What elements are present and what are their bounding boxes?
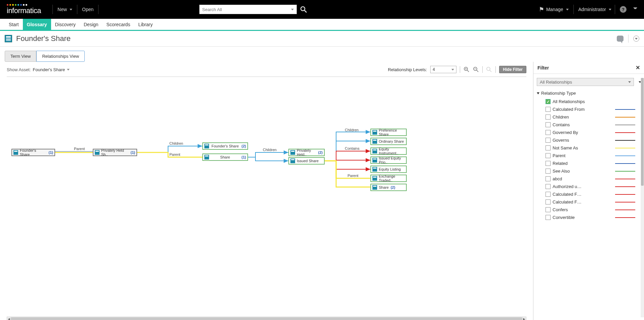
- tab-scorecards[interactable]: Scorecards: [103, 19, 134, 30]
- filter-item[interactable]: Governed By: [537, 129, 641, 136]
- close-icon[interactable]: ✕: [636, 64, 640, 71]
- graph-node[interactable]: Issued Share: [288, 157, 325, 165]
- filter-item[interactable]: Parent: [537, 152, 641, 159]
- filter-item-label: Not Same As: [553, 145, 593, 150]
- levels-dropdown[interactable]: 4: [430, 66, 456, 73]
- filter-color-swatch: [615, 210, 635, 210]
- filter-item[interactable]: abcd: [537, 175, 641, 183]
- filter-item[interactable]: See Also: [537, 167, 641, 175]
- graph-node[interactable]: Ordinary Share: [370, 138, 407, 145]
- filter-item[interactable]: Not Same As: [537, 144, 641, 152]
- zoom-in-icon[interactable]: [464, 66, 470, 73]
- graph-node[interactable]: Founder's Share (1): [11, 149, 55, 156]
- new-menu[interactable]: New: [57, 7, 72, 12]
- tab-library[interactable]: Library: [134, 19, 157, 30]
- term-icon: [372, 158, 377, 163]
- tab-relationships-view[interactable]: Relationships View: [36, 51, 85, 62]
- scroll-thumb[interactable]: [641, 78, 644, 186]
- graph-node[interactable]: Exchange Traded..: [370, 175, 407, 182]
- graph-node[interactable]: Preference Share: [370, 129, 407, 136]
- term-icon: [204, 144, 209, 148]
- filter-color-swatch: [615, 148, 635, 148]
- checkbox[interactable]: [546, 161, 551, 166]
- horizontal-scrollbar[interactable]: ◀ ▶: [7, 317, 526, 320]
- filter-relationship-select[interactable]: All Relationships: [537, 78, 634, 86]
- flag-icon[interactable]: ⚑: [539, 6, 544, 13]
- checkbox[interactable]: [546, 138, 551, 143]
- graph-node[interactable]: Equity Instrument..: [370, 147, 407, 155]
- checkbox[interactable]: [546, 169, 551, 174]
- relationship-canvas[interactable]: Founder's Share (1) Privately Held Sh.. …: [7, 77, 526, 315]
- open-button[interactable]: Open: [82, 7, 93, 12]
- help-icon[interactable]: ?: [620, 6, 627, 13]
- graph-node[interactable]: Privately Held.. (2): [288, 149, 325, 156]
- checkbox[interactable]: [546, 99, 551, 104]
- checkbox[interactable]: [546, 199, 551, 204]
- checkbox[interactable]: [546, 207, 551, 212]
- term-icon: [290, 158, 295, 163]
- filter-item[interactable]: Calculated F…: [537, 190, 641, 198]
- filter-item[interactable]: Calculated From: [537, 105, 641, 113]
- view-tabs-row: Term View Relationships View: [0, 47, 644, 62]
- filter-tree-header[interactable]: Relationship Type: [537, 91, 641, 96]
- filter-item[interactable]: Children: [537, 113, 641, 121]
- logo-text: informatica: [7, 6, 41, 15]
- graph-node[interactable]: Equity Listing: [370, 166, 407, 173]
- filter-item[interactable]: All Relationships: [537, 98, 641, 105]
- filter-item[interactable]: Contains: [537, 121, 641, 129]
- checkbox[interactable]: [546, 153, 551, 158]
- scroll-left-icon[interactable]: ◀: [7, 317, 11, 320]
- checkbox[interactable]: [546, 130, 551, 135]
- zoom-out-icon[interactable]: [473, 66, 479, 73]
- node-label: Founder's Share: [20, 148, 47, 156]
- filter-panel: Filter ✕ All Relationships Relationship …: [533, 62, 644, 320]
- comment-icon[interactable]: [617, 36, 623, 42]
- chevron-down-icon[interactable]: [633, 7, 637, 11]
- filter-item-label: All Relationships: [553, 99, 593, 104]
- filter-item[interactable]: Governs: [537, 136, 641, 144]
- scroll-thumb[interactable]: [11, 317, 522, 320]
- node-count: (1): [242, 155, 246, 159]
- graph-node[interactable]: Share (1): [202, 153, 248, 161]
- checkbox[interactable]: [546, 215, 551, 220]
- tab-glossary[interactable]: Glossary: [23, 19, 51, 30]
- chevron-down-icon[interactable]: [291, 9, 294, 10]
- svg-line-7: [477, 70, 478, 72]
- filter-item[interactable]: Calculated F…: [537, 198, 641, 206]
- manage-menu[interactable]: Manage: [546, 7, 569, 12]
- hide-filter-button[interactable]: Hide Filter: [499, 66, 526, 73]
- filter-color-swatch: [615, 171, 635, 172]
- checkbox[interactable]: [546, 192, 551, 197]
- filter-item-label: Calculated F…: [553, 199, 593, 204]
- admin-menu[interactable]: Administrator: [578, 7, 611, 12]
- search-box[interactable]: [199, 5, 297, 14]
- search-input[interactable]: [202, 7, 289, 12]
- scroll-right-icon[interactable]: ▶: [522, 317, 526, 320]
- tab-design[interactable]: Design: [80, 19, 103, 30]
- filter-item-label: Governed By: [553, 130, 593, 135]
- checkbox[interactable]: [546, 115, 551, 120]
- filter-item[interactable]: Confers: [537, 206, 641, 214]
- show-asset-dropdown[interactable]: Founder's Share: [33, 67, 70, 72]
- filter-vertical-scrollbar[interactable]: [641, 78, 644, 317]
- node-label: Privately Held Sh..: [101, 148, 129, 156]
- graph-node[interactable]: Founder's Share (2): [202, 142, 248, 150]
- graph-node[interactable]: Share (2): [370, 184, 407, 191]
- graph-node[interactable]: Issued Equity Prio..: [370, 156, 407, 164]
- checkbox[interactable]: [546, 176, 551, 181]
- tab-start[interactable]: Start: [5, 19, 23, 30]
- filter-item[interactable]: Authorized u…: [537, 183, 641, 190]
- tab-term-view[interactable]: Term View: [5, 51, 36, 62]
- filter-item[interactable]: Related: [537, 159, 641, 167]
- separator: [495, 66, 496, 73]
- checkbox[interactable]: [546, 122, 551, 127]
- checkbox[interactable]: [546, 145, 551, 150]
- filter-item[interactable]: Convertible: [537, 214, 641, 221]
- checkbox[interactable]: [546, 184, 551, 189]
- checkbox[interactable]: [546, 107, 551, 112]
- actions-menu[interactable]: [633, 36, 639, 42]
- toolbar-right: Relationship Levels: 4 Hide Filter: [388, 66, 526, 73]
- tab-discovery[interactable]: Discovery: [51, 19, 80, 30]
- graph-node[interactable]: Privately Held Sh.. (1): [93, 149, 137, 156]
- search-icon[interactable]: [300, 6, 307, 13]
